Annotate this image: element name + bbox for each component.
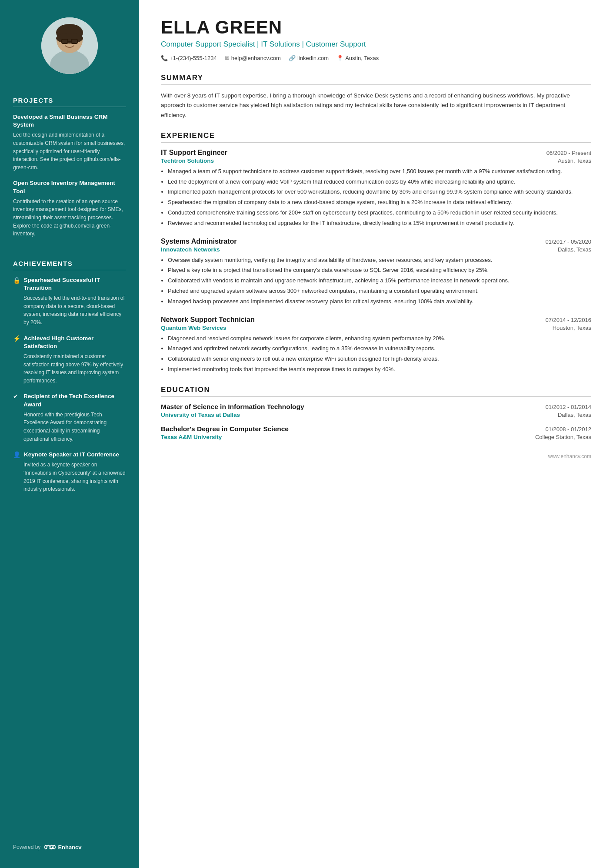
contact-bar: 📞 +1-(234)-555-1234 ✉ help@enhancv.com 🔗… [161, 55, 591, 61]
achievement-3-desc: Honored with the prestigious Tech Excell… [13, 411, 126, 443]
tagline: Computer Support Specialist | IT Solutio… [161, 39, 591, 50]
edu-2-degree: Bachelor's Degree in Computer Science [161, 425, 289, 433]
exp-1-company: Techtron Solutions [161, 158, 214, 164]
check-icon: ✔ [13, 393, 20, 400]
lightning-icon: ⚡ [13, 335, 20, 342]
summary-title: SUMMARY [161, 74, 591, 85]
bullet: Patched and upgraded system software acr… [168, 287, 591, 296]
avatar [41, 17, 98, 74]
achievement-item-2: ⚡ Achieved High Customer Satisfaction Co… [13, 335, 126, 385]
achievement-1-title: Spearheaded Successful IT Transition [23, 276, 126, 292]
photo-area [0, 0, 139, 87]
edu-1-school: University of Texas at Dallas [161, 412, 240, 418]
project-1-desc: Led the design and implementation of a c… [13, 131, 126, 171]
achievement-4-desc: Invited as a keynote speaker on 'Innovat… [13, 461, 126, 493]
project-2-title: Open Source Inventory Management Tool [13, 179, 126, 195]
achievements-title: ACHIEVEMENTS [13, 260, 126, 270]
edu-item-1: Master of Science in Information Technol… [161, 403, 591, 418]
bullet: Spearheaded the migration of company dat… [168, 198, 591, 207]
edu-1-dates: 01/2012 - 01/2014 [545, 404, 591, 410]
achievements-section: ACHIEVEMENTS 🔒 Spearheaded Successful IT… [0, 250, 139, 506]
education-section: EDUCATION Master of Science in Informati… [161, 385, 591, 440]
exp-1-bullets: Managed a team of 5 support technicians … [161, 167, 591, 228]
bullet: Implemented patch management protocols f… [168, 188, 591, 197]
exp-1-dates: 06/2020 - Present [546, 150, 591, 156]
powered-by-label: Powered by [13, 844, 40, 850]
exp-1-title: IT Support Engineer [161, 149, 227, 157]
phone-icon: 📞 [161, 55, 168, 61]
edu-item-2: Bachelor's Degree in Computer Science 01… [161, 425, 591, 440]
projects-title: PROJECTS [13, 97, 126, 107]
bullet: Reviewed and recommended technological u… [168, 219, 591, 228]
location-icon: 📍 [336, 55, 343, 61]
exp-2-company: Innovatech Networks [161, 246, 220, 253]
edu-2-location: College Station, Texas [535, 434, 591, 440]
svg-point-4 [56, 33, 83, 44]
contact-location: 📍 Austin, Texas [336, 55, 379, 61]
achievement-2-desc: Consistently maintained a customer satis… [13, 352, 126, 385]
exp-3-company: Quantum Web Services [161, 325, 227, 331]
summary-section: SUMMARY With over 8 years of IT support … [161, 74, 591, 120]
bullet: Collaborated with vendors to maintain an… [168, 276, 591, 285]
achievement-item-1: 🔒 Spearheaded Successful IT Transition S… [13, 276, 126, 327]
exp-2-dates: 01/2017 - 05/2020 [545, 238, 591, 245]
contact-linkedin: 🔗 linkedin.com [289, 55, 329, 61]
lock-icon: 🔒 [13, 277, 20, 284]
edu-1-degree: Master of Science in Information Technol… [161, 403, 304, 411]
footer-url: www.enhancv.com [548, 453, 591, 459]
bullet: Conducted comprehensive training session… [168, 208, 591, 218]
edu-2-dates: 01/2008 - 01/2012 [545, 426, 591, 432]
summary-text: With over 8 years of IT support expertis… [161, 91, 591, 120]
enhancv-brand: Enhancv [58, 844, 81, 851]
bullet: Implemented monitoring tools that improv… [168, 365, 591, 374]
bullet: Led the deployment of a new company-wide… [168, 178, 591, 187]
email-icon: ✉ [225, 55, 230, 61]
exp-2-location: Dallas, Texas [558, 246, 591, 253]
bullet: Collaborated with senior engineers to ro… [168, 355, 591, 364]
exp-item-2: Systems Administrator 01/2017 - 05/2020 … [161, 238, 591, 306]
achievement-1-desc: Successfully led the end-to-end transiti… [13, 294, 126, 326]
sidebar: PROJECTS Developed a Small Business CRM … [0, 0, 139, 868]
exp-3-title: Network Support Technician [161, 316, 255, 324]
project-2-desc: Contributed to the creation of an open s… [13, 198, 126, 238]
contact-phone: 📞 +1-(234)-555-1234 [161, 55, 217, 61]
exp-item-1: IT Support Engineer 06/2020 - Present Te… [161, 149, 591, 228]
edu-2-school: Texas A&M University [161, 434, 222, 440]
achievement-3-title: Recipient of the Tech Excellence Award [23, 392, 126, 408]
exp-1-location: Austin, Texas [558, 158, 591, 164]
project-item-2: Open Source Inventory Management Tool Co… [13, 179, 126, 238]
contact-email: ✉ help@enhancv.com [225, 55, 281, 61]
project-item-1: Developed a Small Business CRM System Le… [13, 113, 126, 171]
bullet: Played a key role in a project that tran… [168, 266, 591, 275]
achievement-4-title: Keynote Speaker at IT Conference [24, 451, 119, 459]
achievement-item-3: ✔ Recipient of the Tech Excellence Award… [13, 392, 126, 443]
education-title: EDUCATION [161, 385, 591, 397]
exp-3-location: Houston, Texas [553, 325, 591, 331]
exp-2-bullets: Oversaw daily system monitoring, verifyi… [161, 256, 591, 306]
enhancv-logo: Enhancv [44, 844, 81, 851]
achievement-2-title: Achieved High Customer Satisfaction [24, 335, 126, 350]
main-footer: www.enhancv.com [161, 453, 591, 459]
edu-1-location: Dallas, Texas [558, 412, 591, 418]
sidebar-footer: Powered by Enhancv [0, 835, 139, 851]
achievement-item-4: 👤 Keynote Speaker at IT Conference Invit… [13, 451, 126, 493]
exp-item-3: Network Support Technician 07/2014 - 12/… [161, 316, 591, 374]
bullet: Managed backup processes and implemented… [168, 297, 591, 306]
project-1-title: Developed a Small Business CRM System [13, 113, 126, 129]
person-icon: 👤 [13, 451, 20, 458]
bullet: Managed and optimized network security c… [168, 344, 591, 353]
bullet: Oversaw daily system monitoring, verifyi… [168, 256, 591, 265]
experience-section: EXPERIENCE IT Support Engineer 06/2020 -… [161, 131, 591, 374]
projects-section: PROJECTS Developed a Small Business CRM … [0, 87, 139, 250]
exp-3-bullets: Diagnosed and resolved complex network i… [161, 334, 591, 374]
linkedin-icon: 🔗 [289, 55, 296, 61]
exp-2-title: Systems Administrator [161, 238, 237, 245]
name-heading: ELLA GREEN [161, 17, 591, 37]
experience-title: EXPERIENCE [161, 131, 591, 143]
main-content: ELLA GREEN Computer Support Specialist |… [139, 0, 613, 868]
exp-3-dates: 07/2014 - 12/2016 [545, 317, 591, 323]
bullet: Diagnosed and resolved complex network i… [168, 334, 591, 343]
bullet: Managed a team of 5 support technicians … [168, 167, 591, 176]
